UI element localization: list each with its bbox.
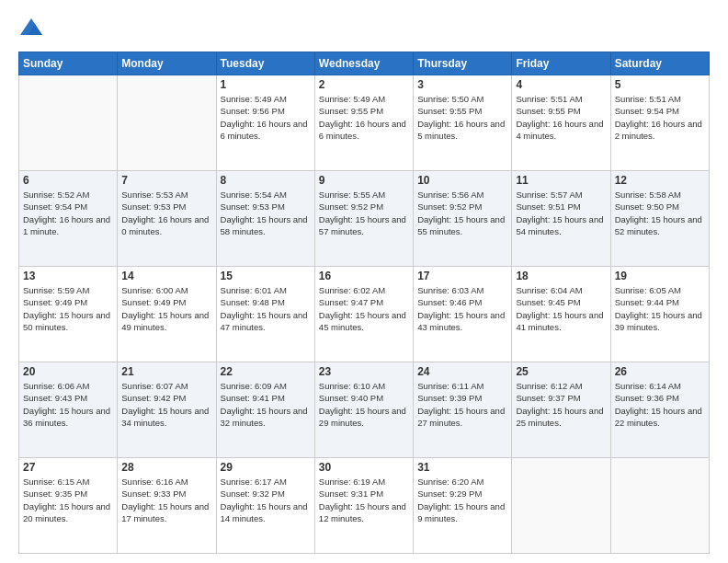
daylight-text: Daylight: 16 hours and 2 minutes. — [615, 119, 702, 141]
daylight-text: Daylight: 16 hours and 6 minutes. — [221, 119, 308, 141]
day-number: 1 — [221, 78, 311, 91]
daylight-text: Daylight: 15 hours and 32 minutes. — [221, 406, 308, 428]
sunrise-text: Sunrise: 6:02 AM — [319, 285, 385, 295]
calendar-cell: 21 Sunrise: 6:07 AM Sunset: 9:42 PM Dayl… — [118, 362, 216, 458]
daylight-text: Daylight: 15 hours and 39 minutes. — [615, 310, 702, 332]
weekday-header: Monday — [118, 52, 216, 75]
sunset-text: Sunset: 9:40 PM — [319, 393, 383, 403]
calendar-cell: 30 Sunrise: 6:19 AM Sunset: 9:31 PM Dayl… — [314, 458, 413, 554]
calendar-week-row: 27 Sunrise: 6:15 AM Sunset: 9:35 PM Dayl… — [19, 458, 710, 554]
day-number: 28 — [121, 461, 211, 474]
day-info: Sunrise: 5:55 AM Sunset: 9:52 PM Dayligh… — [319, 189, 409, 237]
day-number: 15 — [221, 270, 311, 282]
calendar-cell: 15 Sunrise: 6:01 AM Sunset: 9:48 PM Dayl… — [216, 267, 314, 362]
calendar-cell: 4 Sunrise: 5:51 AM Sunset: 9:55 PM Dayli… — [512, 75, 610, 171]
sunrise-text: Sunrise: 6:06 AM — [23, 381, 89, 391]
day-number: 27 — [23, 461, 113, 474]
day-info: Sunrise: 5:57 AM Sunset: 9:51 PM Dayligh… — [516, 189, 606, 237]
day-info: Sunrise: 6:19 AM Sunset: 9:31 PM Dayligh… — [319, 476, 409, 524]
calendar-cell: 1 Sunrise: 5:49 AM Sunset: 9:56 PM Dayli… — [216, 75, 314, 171]
calendar-cell: 22 Sunrise: 6:09 AM Sunset: 9:41 PM Dayl… — [216, 362, 314, 458]
daylight-text: Daylight: 15 hours and 58 minutes. — [221, 214, 308, 236]
calendar-cell: 2 Sunrise: 5:49 AM Sunset: 9:55 PM Dayli… — [314, 75, 413, 171]
day-number: 3 — [417, 78, 507, 91]
day-number: 20 — [23, 365, 113, 378]
sunset-text: Sunset: 9:46 PM — [417, 297, 482, 307]
day-info: Sunrise: 5:49 AM Sunset: 9:55 PM Dayligh… — [319, 93, 409, 142]
calendar-week-row: 20 Sunrise: 6:06 AM Sunset: 9:43 PM Dayl… — [19, 362, 710, 458]
sunset-text: Sunset: 9:47 PM — [319, 297, 383, 307]
sunset-text: Sunset: 9:45 PM — [516, 297, 580, 307]
day-info: Sunrise: 6:11 AM Sunset: 9:39 PM Dayligh… — [417, 380, 507, 429]
sunrise-text: Sunrise: 5:56 AM — [417, 190, 483, 200]
sunset-text: Sunset: 9:43 PM — [23, 393, 87, 403]
day-info: Sunrise: 6:01 AM Sunset: 9:48 PM Dayligh… — [221, 284, 311, 333]
day-number: 13 — [23, 270, 113, 282]
day-number: 9 — [319, 174, 409, 187]
calendar-cell: 18 Sunrise: 6:04 AM Sunset: 9:45 PM Dayl… — [512, 267, 610, 362]
sunrise-text: Sunrise: 6:12 AM — [516, 381, 582, 391]
sunrise-text: Sunrise: 5:54 AM — [221, 190, 287, 200]
day-number: 29 — [221, 461, 311, 474]
sunrise-text: Sunrise: 6:07 AM — [121, 381, 188, 391]
day-number: 31 — [417, 461, 507, 474]
day-info: Sunrise: 5:54 AM Sunset: 9:53 PM Dayligh… — [221, 189, 311, 237]
calendar-cell: 28 Sunrise: 6:16 AM Sunset: 9:33 PM Dayl… — [118, 458, 216, 554]
day-info: Sunrise: 5:52 AM Sunset: 9:54 PM Dayligh… — [23, 189, 113, 237]
calendar-week-row: 1 Sunrise: 5:49 AM Sunset: 9:56 PM Dayli… — [19, 75, 710, 171]
sunset-text: Sunset: 9:42 PM — [121, 393, 186, 403]
calendar-cell: 12 Sunrise: 5:58 AM Sunset: 9:50 PM Dayl… — [610, 171, 709, 267]
calendar-cell: 7 Sunrise: 5:53 AM Sunset: 9:53 PM Dayli… — [118, 171, 216, 267]
calendar-cell — [610, 458, 709, 554]
day-info: Sunrise: 6:04 AM Sunset: 9:45 PM Dayligh… — [516, 284, 606, 333]
daylight-text: Daylight: 16 hours and 4 minutes. — [516, 119, 603, 141]
calendar-cell: 23 Sunrise: 6:10 AM Sunset: 9:40 PM Dayl… — [314, 362, 413, 458]
day-number: 14 — [121, 270, 211, 282]
sunrise-text: Sunrise: 6:20 AM — [417, 477, 483, 487]
calendar-cell: 31 Sunrise: 6:20 AM Sunset: 9:29 PM Dayl… — [414, 458, 512, 554]
daylight-text: Daylight: 15 hours and 49 minutes. — [121, 310, 209, 332]
day-number: 5 — [615, 78, 705, 91]
daylight-text: Daylight: 15 hours and 14 minutes. — [221, 501, 308, 523]
sunrise-text: Sunrise: 6:11 AM — [417, 381, 483, 391]
header — [18, 17, 710, 42]
day-info: Sunrise: 5:49 AM Sunset: 9:56 PM Dayligh… — [221, 93, 311, 142]
daylight-text: Daylight: 15 hours and 34 minutes. — [121, 406, 209, 428]
sunset-text: Sunset: 9:55 PM — [516, 106, 580, 116]
day-info: Sunrise: 5:58 AM Sunset: 9:50 PM Dayligh… — [615, 189, 705, 237]
daylight-text: Daylight: 15 hours and 22 minutes. — [615, 406, 702, 428]
day-number: 18 — [516, 270, 606, 282]
day-info: Sunrise: 6:15 AM Sunset: 9:35 PM Dayligh… — [23, 476, 113, 524]
daylight-text: Daylight: 15 hours and 29 minutes. — [319, 406, 406, 428]
day-number: 12 — [615, 174, 705, 187]
sunset-text: Sunset: 9:55 PM — [417, 106, 482, 116]
sunset-text: Sunset: 9:36 PM — [615, 393, 679, 403]
weekday-header: Thursday — [414, 52, 512, 75]
sunset-text: Sunset: 9:56 PM — [221, 106, 285, 116]
daylight-text: Daylight: 15 hours and 47 minutes. — [221, 310, 308, 332]
day-number: 6 — [23, 174, 113, 187]
day-info: Sunrise: 6:07 AM Sunset: 9:42 PM Dayligh… — [121, 380, 211, 429]
sunrise-text: Sunrise: 5:52 AM — [23, 190, 89, 200]
sunset-text: Sunset: 9:51 PM — [516, 201, 580, 212]
sunset-text: Sunset: 9:52 PM — [319, 201, 383, 212]
sunrise-text: Sunrise: 6:17 AM — [221, 477, 287, 487]
day-info: Sunrise: 6:06 AM Sunset: 9:43 PM Dayligh… — [23, 380, 113, 429]
sunrise-text: Sunrise: 5:49 AM — [221, 94, 287, 104]
day-info: Sunrise: 6:17 AM Sunset: 9:32 PM Dayligh… — [221, 476, 311, 524]
calendar-cell: 24 Sunrise: 6:11 AM Sunset: 9:39 PM Dayl… — [414, 362, 512, 458]
calendar-cell: 13 Sunrise: 5:59 AM Sunset: 9:49 PM Dayl… — [19, 267, 118, 362]
sunset-text: Sunset: 9:53 PM — [221, 201, 285, 212]
daylight-text: Daylight: 16 hours and 0 minutes. — [121, 214, 209, 236]
daylight-text: Daylight: 16 hours and 6 minutes. — [319, 119, 406, 141]
calendar-cell: 17 Sunrise: 6:03 AM Sunset: 9:46 PM Dayl… — [414, 267, 512, 362]
calendar-cell: 27 Sunrise: 6:15 AM Sunset: 9:35 PM Dayl… — [19, 458, 118, 554]
day-info: Sunrise: 6:02 AM Sunset: 9:47 PM Dayligh… — [319, 284, 409, 333]
sunrise-text: Sunrise: 6:01 AM — [221, 285, 287, 295]
sunrise-text: Sunrise: 6:09 AM — [221, 381, 287, 391]
sunrise-text: Sunrise: 5:50 AM — [417, 94, 483, 104]
daylight-text: Daylight: 15 hours and 20 minutes. — [23, 501, 110, 523]
calendar-cell: 9 Sunrise: 5:55 AM Sunset: 9:52 PM Dayli… — [314, 171, 413, 267]
day-info: Sunrise: 6:05 AM Sunset: 9:44 PM Dayligh… — [615, 284, 705, 333]
calendar-cell: 25 Sunrise: 6:12 AM Sunset: 9:37 PM Dayl… — [512, 362, 610, 458]
